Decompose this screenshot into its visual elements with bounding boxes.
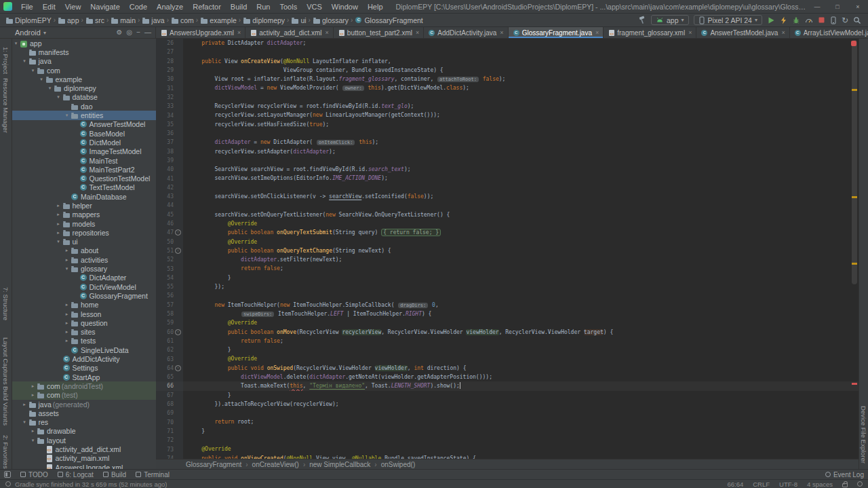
editor-line[interactable]: 40 SearchView searchView = root.findView… <box>156 165 859 174</box>
tree-item[interactable]: ▾java <box>12 57 156 66</box>
tab-fragment_glossary.xml[interactable]: fragment_glossary.xml× <box>604 27 696 38</box>
menu-analyze[interactable]: Analyze <box>152 0 188 14</box>
editor-line[interactable]: 36 <box>156 129 859 138</box>
editor-line[interactable]: 63 @Override <box>156 354 859 363</box>
tree-item[interactable]: ▸java(generated) <box>12 400 156 409</box>
editor-line[interactable]: 69 <box>156 409 859 417</box>
path-item[interactable]: java <box>142 16 164 24</box>
editor-line[interactable]: 26 private DictAdapter dictAdapter; <box>156 39 859 48</box>
editor-line[interactable]: 55 }); <box>156 282 859 291</box>
editor-line[interactable]: 73 @Override <box>156 445 859 453</box>
tree-item[interactable]: ▾glossary <box>12 264 156 273</box>
tree-item[interactable]: ▸drawable <box>12 427 156 436</box>
editor-line[interactable]: 57 new ItemTouchHelper(new ItemTouchHelp… <box>156 301 859 309</box>
path-item[interactable]: ui <box>291 16 306 24</box>
editor-line[interactable]: 54 } <box>156 274 859 282</box>
tool-button-device-file-explorer[interactable]: Device File Explorer <box>860 406 867 464</box>
collapse-arrow-icon[interactable]: ▾ <box>22 58 28 64</box>
code-breadcrumb-item[interactable]: GlossaryFragment <box>186 461 241 468</box>
tree-item[interactable]: BaseModel <box>12 129 156 138</box>
editor-line[interactable]: 31 dictViewModel = new ViewModelProvider… <box>156 83 859 92</box>
expand-arrow-icon[interactable]: ▸ <box>64 312 70 317</box>
collapse-arrow-icon[interactable]: ▾ <box>30 438 36 443</box>
tree-item[interactable]: AnswersUpgrade.xml <box>12 463 156 469</box>
hide-panel-icon[interactable]: — <box>144 27 151 38</box>
expand-arrow-icon[interactable]: ▸ <box>64 302 70 307</box>
tree-item[interactable]: ▸sites <box>12 328 156 337</box>
override-marker-icon[interactable]: ↑ <box>175 365 181 371</box>
editor-line[interactable]: 74 public void onViewCreated(@NonNull Vi… <box>156 454 859 459</box>
code-breadcrumb-item[interactable]: onCreateView() <box>252 461 299 468</box>
menu-vcs[interactable]: VCS <box>302 0 327 14</box>
tree-item[interactable]: ▸activities <box>12 255 156 264</box>
tree-item[interactable]: ▸question <box>12 318 156 327</box>
editor-line[interactable]: 27 <box>156 48 859 56</box>
tab-close-icon[interactable]: × <box>595 29 599 36</box>
editor-line[interactable]: 68 }).attachToRecyclerView(recyclerView)… <box>156 400 859 409</box>
collapse-arrow-icon[interactable]: ▾ <box>64 266 70 271</box>
build-hammer-icon[interactable] <box>637 16 646 24</box>
editor-line[interactable]: 72 <box>156 436 859 445</box>
override-marker-icon[interactable]: ↑ <box>175 329 181 335</box>
tree-item[interactable]: TextTestModel <box>12 183 156 192</box>
tree-item[interactable]: ▾entities <box>12 111 156 119</box>
editor-line[interactable]: 51↑ public boolean onQueryTextChange(Str… <box>156 246 859 255</box>
expand-arrow-icon[interactable]: ▸ <box>64 248 70 253</box>
editor-line[interactable]: 60↑ public boolean onMove(RecyclerView r… <box>156 328 859 337</box>
tool-window-switcher-icon[interactable] <box>4 471 11 478</box>
menu-file[interactable]: File <box>16 0 38 14</box>
expand-arrow-icon[interactable]: ▸ <box>56 221 62 227</box>
menu-code[interactable]: Code <box>125 0 152 14</box>
tab-close-icon[interactable]: × <box>237 29 241 36</box>
project-view-select[interactable]: Android ▾ <box>15 29 46 37</box>
maximize-button[interactable]: □ <box>827 0 848 14</box>
editor-line[interactable]: 52 dictAdapter.setFilter(newText); <box>156 255 859 264</box>
gear-icon[interactable]: ⚙ <box>116 27 122 38</box>
collapse-arrow-icon[interactable]: ▾ <box>13 41 19 46</box>
tree-item[interactable]: ▸mappers <box>12 210 156 219</box>
device-select[interactable]: Pixel 2 API 24 ▾ <box>694 15 762 25</box>
sync-gradle-button[interactable]: ↻ <box>842 16 848 24</box>
expand-arrow-icon[interactable]: ▸ <box>56 212 62 217</box>
path-item[interactable]: example <box>200 16 237 24</box>
tab-close-icon[interactable]: × <box>781 29 785 36</box>
tab-close-icon[interactable]: × <box>688 29 692 36</box>
editor-line[interactable]: 58 swipeDirs: ItemTouchHelper.LEFT | Ite… <box>156 309 859 318</box>
tree-item[interactable]: DictViewModel <box>12 282 156 291</box>
tree-item[interactable]: dao <box>12 102 156 111</box>
path-item[interactable]: GlossaryFragment <box>355 16 422 24</box>
expand-arrow-icon[interactable]: ▸ <box>30 428 36 434</box>
editor-line[interactable]: 45 searchView.setOnQueryTextListener(new… <box>156 210 859 219</box>
collapse-arrow-icon[interactable]: ▾ <box>22 419 28 425</box>
menu-run[interactable]: Run <box>252 0 275 14</box>
path-item[interactable]: DiplomEPY <box>5 16 52 24</box>
notifications-icon[interactable] <box>857 481 863 487</box>
tool-button-structure[interactable]: 7: Structure <box>2 287 9 320</box>
tree-item[interactable]: ▸com(androidTest) <box>12 381 156 390</box>
tree-item[interactable]: activity_main.xml <box>12 454 156 463</box>
collapse-arrow-icon[interactable]: ▾ <box>64 113 70 118</box>
path-item[interactable]: diplomepy <box>243 16 285 24</box>
editor-line[interactable]: 37 dictAdapter = new DictAdapter( onItem… <box>156 138 859 147</box>
tree-item[interactable]: QuestionTestModel <box>12 174 156 183</box>
expand-arrow-icon[interactable]: ▸ <box>30 383 36 389</box>
tree-item[interactable]: ▾res <box>12 417 156 426</box>
warning-stripe-mark[interactable] <box>852 263 857 265</box>
editor-line[interactable]: 44 <box>156 201 859 210</box>
editor-line[interactable]: 29 ViewGroup container, Bundle savedInst… <box>156 66 859 75</box>
apply-changes-button[interactable] <box>780 16 787 24</box>
tab-AddDictActivity.java[interactable]: AddDictActivity.java× <box>424 27 508 38</box>
tree-item[interactable]: DictAdapter <box>12 274 156 282</box>
override-marker-icon[interactable]: ↑ <box>175 229 181 236</box>
editor-line[interactable]: 43 searchView.setOnClickListener(v -> se… <box>156 192 859 201</box>
run-config-select[interactable]: app ▾ <box>651 15 689 25</box>
editor-line[interactable]: 33 RecyclerView recyclerView = root.find… <box>156 102 859 111</box>
expand-arrow-icon[interactable]: ▸ <box>22 402 28 407</box>
code-editor[interactable]: 26 private DictAdapter dictAdapter;2728 … <box>156 39 859 459</box>
device-manager-button[interactable] <box>830 16 837 24</box>
tree-item[interactable]: ▸home <box>12 301 156 309</box>
line-separator[interactable]: CRLF <box>753 481 770 488</box>
editor-line[interactable]: 56 <box>156 291 859 300</box>
tab-close-icon[interactable]: × <box>500 29 503 36</box>
tool-button-project[interactable]: 1: Project <box>2 47 9 74</box>
